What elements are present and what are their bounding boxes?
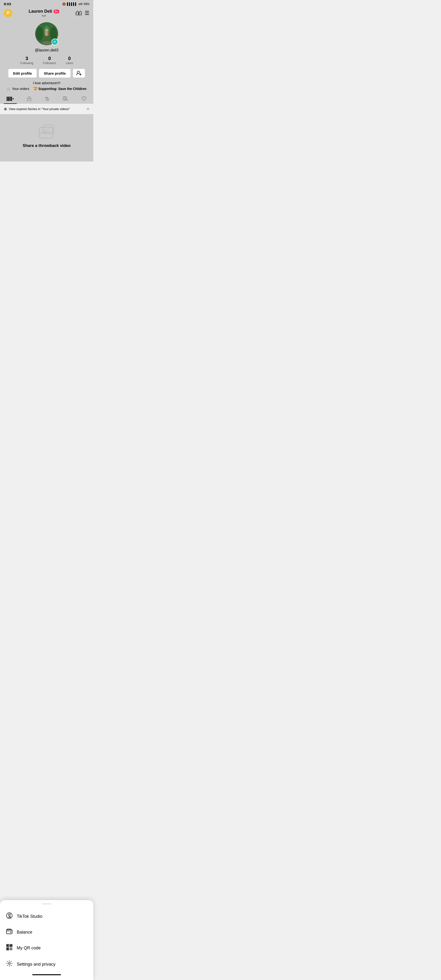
tabs-row: ▾	[0, 94, 93, 104]
tab-arrow-icon: ▾	[13, 97, 14, 100]
following-stat[interactable]: 3 Following	[20, 56, 33, 65]
battery-icon: 69%	[84, 2, 89, 6]
nav-title-area: Lauren Deli 9+ her	[29, 9, 60, 18]
bio-text: I love adventure!!!!	[33, 81, 60, 85]
profile-section: + @lauren.deli3 3 Following 0 Followers …	[0, 19, 93, 94]
top-nav: P Lauren Deli 9+ her ⎙⎙ ☰	[0, 7, 93, 19]
stats-row: 3 Following 0 Followers 0 Likes	[20, 56, 73, 65]
hamburger-menu-icon[interactable]: ☰	[85, 10, 89, 16]
qr-nav-icon[interactable]: ⎙⎙	[76, 10, 81, 16]
svg-point-5	[45, 29, 48, 32]
throwback-icon	[38, 124, 55, 140]
followers-count: 0	[48, 56, 51, 61]
throwback-section: Share a throwback video	[0, 114, 93, 157]
following-label: Following	[20, 61, 33, 65]
tab-videos[interactable]: ▾	[4, 94, 17, 103]
followers-label: Followers	[43, 61, 56, 65]
charity-label: Supporting: Save the Children	[38, 87, 86, 91]
svg-rect-7	[48, 32, 49, 35]
status-time: 9:03	[4, 2, 11, 6]
throwback-text: Share a throwback video	[23, 143, 71, 148]
svg-rect-9	[47, 36, 48, 39]
banner-close-button[interactable]: ✕	[86, 107, 89, 111]
svg-point-4	[42, 41, 51, 45]
tab-liked[interactable]	[78, 94, 89, 103]
banner-content: ⊕ View expired Stories in "Your private …	[4, 107, 70, 111]
notification-badge[interactable]: 9+	[54, 10, 60, 13]
add-story-button[interactable]: +	[51, 38, 58, 45]
avatar-container[interactable]: +	[35, 22, 59, 46]
wifi-icon: wifi	[78, 2, 82, 6]
share-profile-button[interactable]: Share profile	[39, 68, 71, 78]
username: @lauren.deli3	[35, 48, 59, 52]
orders-link[interactable]: 🛒 Your orders	[7, 87, 29, 91]
svg-point-1	[36, 27, 43, 41]
svg-rect-16	[11, 97, 12, 101]
upload-circle-icon: ⊕	[4, 107, 7, 111]
liked-icon	[81, 96, 87, 101]
tab-tagged[interactable]	[60, 94, 71, 103]
links-row: 🛒 Your orders 💝 Supporting: Save the Chi…	[7, 87, 86, 91]
add-person-icon	[76, 71, 82, 76]
lock-icon	[27, 96, 31, 101]
svg-rect-14	[8, 97, 9, 101]
expired-stories-banner: ⊕ View expired Stories in "Your private …	[0, 104, 93, 114]
following-count: 3	[25, 56, 28, 61]
nav-title: Lauren Deli 9+	[29, 9, 60, 14]
grid-icon	[7, 97, 12, 101]
followers-stat[interactable]: 0 Followers	[43, 56, 56, 65]
add-friend-button[interactable]	[73, 68, 85, 78]
nav-pronoun: her	[42, 14, 46, 18]
charity-link[interactable]: 💝 Supporting: Save the Children	[33, 87, 86, 91]
status-icons: 🔕 ▌▌▌▌▌ wifi 69%	[62, 2, 89, 6]
orders-label: Your orders	[12, 87, 29, 91]
mute-icon: 🔕	[62, 2, 66, 6]
repost-icon	[44, 97, 50, 101]
action-buttons: Edit profile Share profile	[4, 68, 89, 78]
signal-icon: ▌▌▌▌▌	[67, 2, 77, 6]
tab-private[interactable]	[24, 94, 34, 103]
nav-right: ⎙⎙ ☰	[76, 10, 89, 16]
likes-count: 0	[68, 56, 71, 61]
svg-point-18	[29, 100, 29, 100]
status-bar: 9:03 🔕 ▌▌▌▌▌ wifi 69%	[0, 0, 93, 7]
heart-icon: 💝	[33, 87, 37, 91]
likes-stat[interactable]: 0 Likes	[66, 56, 73, 65]
tagged-icon	[63, 96, 68, 101]
edit-profile-button[interactable]: Edit profile	[8, 68, 37, 78]
svg-rect-13	[7, 97, 8, 101]
svg-rect-8	[45, 36, 46, 39]
svg-rect-15	[10, 97, 11, 101]
banner-text: View expired Stories in "Your private vi…	[9, 107, 70, 111]
cart-icon: 🛒	[7, 87, 11, 91]
likes-label: Likes	[66, 61, 73, 65]
tab-repost[interactable]	[41, 94, 52, 103]
nav-avatar[interactable]: P	[4, 9, 13, 18]
